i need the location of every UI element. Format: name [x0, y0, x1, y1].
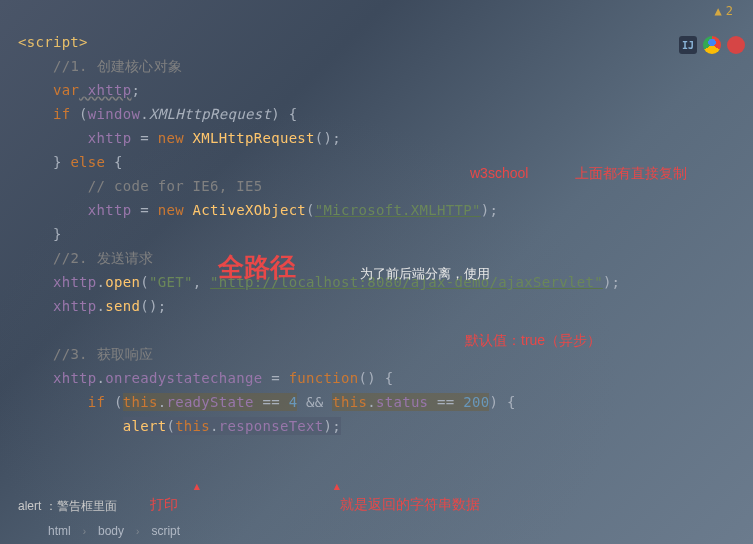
annot-print: 打印 [150, 496, 178, 514]
warning-icon: ▲ [715, 4, 722, 18]
annot-separation: 为了前后端分离，使用 [360, 265, 490, 283]
comment-2: //2. 发送请求 [53, 250, 154, 266]
chrome-icon[interactable] [703, 36, 721, 54]
script-open-tag: <script> [18, 34, 88, 50]
code-editor[interactable]: <script> //1. 创建核心对象 var xhttp; if (wind… [18, 30, 693, 438]
annot-w3school: w3school [470, 165, 528, 181]
comment-ie: // code for IE6, IE5 [88, 178, 263, 194]
warning-indicator[interactable]: ▲ 2 [715, 4, 733, 18]
comment-1: //1. 创建核心对象 [53, 58, 182, 74]
breadcrumb-body[interactable]: body [98, 524, 124, 538]
annot-fullpath: 全路径 [218, 250, 296, 285]
record-icon[interactable] [727, 36, 745, 54]
annot-alert: alert ：警告框里面 [18, 498, 117, 515]
chevron-icon: › [136, 524, 139, 538]
breadcrumb-html[interactable]: html [48, 524, 71, 538]
annot-copy: 上面都有直接复制 [575, 165, 687, 183]
arrow-icon: ▴ [332, 476, 342, 495]
comment-3: //3. 获取响应 [53, 346, 154, 362]
breadcrumb-script[interactable]: script [151, 524, 180, 538]
annot-return: 就是返回的字符串数据 [340, 496, 480, 514]
arrow-icon: ▴ [192, 476, 202, 495]
breadcrumb[interactable]: html › body › script [48, 524, 180, 538]
annot-default: 默认值：true（异步） [465, 332, 601, 350]
warning-count: 2 [726, 4, 733, 18]
chevron-icon: › [83, 524, 86, 538]
